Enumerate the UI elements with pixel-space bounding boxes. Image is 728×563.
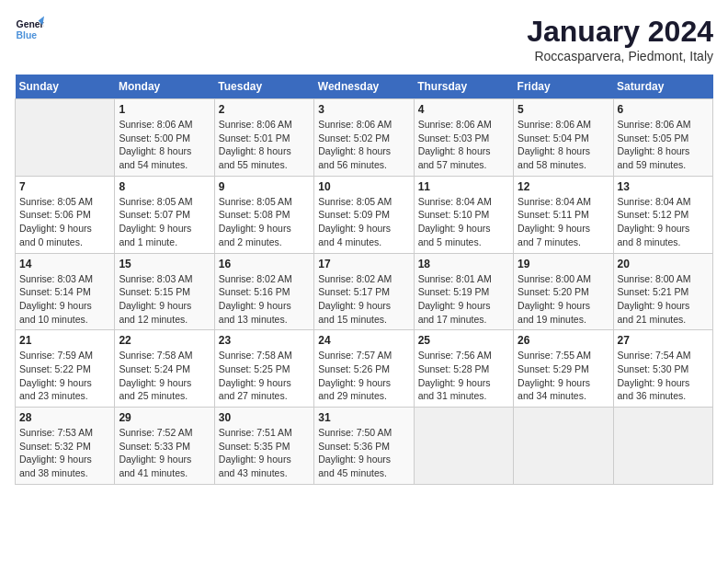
day-number: 29 bbox=[119, 411, 210, 424]
day-number: 19 bbox=[518, 258, 609, 270]
calendar-cell: 23Sunrise: 7:58 AM Sunset: 5:25 PM Dayli… bbox=[214, 330, 313, 408]
day-info: Sunrise: 8:06 AM Sunset: 5:05 PM Dayligh… bbox=[618, 118, 709, 172]
calendar-cell: 6Sunrise: 8:06 AM Sunset: 5:05 PM Daylig… bbox=[613, 99, 712, 177]
calendar-cell: 9Sunrise: 8:05 AM Sunset: 5:08 PM Daylig… bbox=[214, 176, 313, 253]
calendar-cell: 31Sunrise: 7:50 AM Sunset: 5:36 PM Dayli… bbox=[314, 408, 414, 485]
calendar-cell: 22Sunrise: 7:58 AM Sunset: 5:24 PM Dayli… bbox=[115, 330, 214, 408]
calendar-cell: 29Sunrise: 7:52 AM Sunset: 5:33 PM Dayli… bbox=[115, 408, 214, 485]
day-number: 31 bbox=[318, 411, 409, 424]
calendar-cell: 13Sunrise: 8:04 AM Sunset: 5:12 PM Dayli… bbox=[613, 176, 712, 253]
day-info: Sunrise: 8:00 AM Sunset: 5:20 PM Dayligh… bbox=[518, 272, 609, 327]
day-info: Sunrise: 7:58 AM Sunset: 5:25 PM Dayligh… bbox=[219, 349, 310, 403]
col-header-saturday: Saturday bbox=[613, 75, 712, 99]
day-number: 6 bbox=[618, 103, 709, 116]
day-info: Sunrise: 7:57 AM Sunset: 5:26 PM Dayligh… bbox=[318, 349, 409, 403]
day-info: Sunrise: 8:06 AM Sunset: 5:03 PM Dayligh… bbox=[418, 118, 509, 172]
col-header-tuesday: Tuesday bbox=[214, 75, 313, 99]
calendar-cell: 1Sunrise: 8:06 AM Sunset: 5:00 PM Daylig… bbox=[115, 99, 214, 177]
col-header-monday: Monday bbox=[115, 75, 214, 99]
day-number: 2 bbox=[219, 103, 310, 116]
day-number: 22 bbox=[119, 334, 210, 347]
day-info: Sunrise: 7:52 AM Sunset: 5:33 PM Dayligh… bbox=[119, 426, 210, 480]
day-info: Sunrise: 8:06 AM Sunset: 5:04 PM Dayligh… bbox=[518, 118, 609, 172]
day-number: 26 bbox=[518, 334, 609, 347]
day-number: 17 bbox=[318, 258, 409, 270]
week-row-3: 14Sunrise: 8:03 AM Sunset: 5:14 PM Dayli… bbox=[16, 253, 713, 330]
calendar-cell bbox=[514, 408, 613, 485]
calendar-cell: 8Sunrise: 8:05 AM Sunset: 5:07 PM Daylig… bbox=[115, 176, 214, 253]
calendar-cell: 28Sunrise: 7:53 AM Sunset: 5:32 PM Dayli… bbox=[16, 408, 115, 485]
calendar-cell: 25Sunrise: 7:56 AM Sunset: 5:28 PM Dayli… bbox=[414, 330, 513, 408]
day-number: 18 bbox=[418, 258, 509, 270]
week-row-5: 28Sunrise: 7:53 AM Sunset: 5:32 PM Dayli… bbox=[16, 408, 713, 485]
day-info: Sunrise: 8:02 AM Sunset: 5:16 PM Dayligh… bbox=[219, 272, 310, 327]
calendar-cell: 20Sunrise: 8:00 AM Sunset: 5:21 PM Dayli… bbox=[613, 253, 712, 330]
day-info: Sunrise: 8:06 AM Sunset: 5:01 PM Dayligh… bbox=[219, 118, 310, 172]
svg-text:Blue: Blue bbox=[17, 30, 38, 40]
calendar-cell bbox=[414, 408, 513, 485]
calendar-cell: 30Sunrise: 7:51 AM Sunset: 5:35 PM Dayli… bbox=[214, 408, 313, 485]
week-row-2: 7Sunrise: 8:05 AM Sunset: 5:06 PM Daylig… bbox=[16, 176, 713, 253]
day-number: 10 bbox=[318, 180, 409, 193]
day-number: 27 bbox=[618, 334, 709, 347]
day-number: 30 bbox=[219, 411, 310, 424]
day-number: 21 bbox=[19, 334, 110, 347]
calendar-cell bbox=[613, 408, 712, 485]
day-number: 16 bbox=[219, 258, 310, 270]
day-number: 5 bbox=[518, 103, 609, 116]
day-info: Sunrise: 7:58 AM Sunset: 5:24 PM Dayligh… bbox=[119, 349, 210, 403]
calendar-cell: 15Sunrise: 8:03 AM Sunset: 5:15 PM Dayli… bbox=[115, 253, 214, 330]
day-number: 8 bbox=[119, 180, 210, 193]
calendar-cell: 12Sunrise: 8:04 AM Sunset: 5:11 PM Dayli… bbox=[514, 176, 613, 253]
calendar-cell: 17Sunrise: 8:02 AM Sunset: 5:17 PM Dayli… bbox=[314, 253, 414, 330]
day-info: Sunrise: 8:05 AM Sunset: 5:07 PM Dayligh… bbox=[119, 195, 210, 249]
col-header-wednesday: Wednesday bbox=[314, 75, 414, 99]
day-info: Sunrise: 7:54 AM Sunset: 5:30 PM Dayligh… bbox=[618, 349, 709, 403]
day-info: Sunrise: 8:01 AM Sunset: 5:19 PM Dayligh… bbox=[418, 272, 509, 327]
day-number: 1 bbox=[119, 103, 210, 116]
day-number: 9 bbox=[219, 180, 310, 193]
day-info: Sunrise: 7:50 AM Sunset: 5:36 PM Dayligh… bbox=[318, 426, 409, 480]
calendar-cell: 18Sunrise: 8:01 AM Sunset: 5:19 PM Dayli… bbox=[414, 253, 513, 330]
day-info: Sunrise: 7:53 AM Sunset: 5:32 PM Dayligh… bbox=[19, 426, 110, 480]
title-section: January 2024 Roccasparvera, Piedmont, It… bbox=[527, 15, 713, 63]
col-header-thursday: Thursday bbox=[414, 75, 513, 99]
day-number: 15 bbox=[119, 258, 210, 270]
day-number: 24 bbox=[318, 334, 409, 347]
day-info: Sunrise: 7:55 AM Sunset: 5:29 PM Dayligh… bbox=[518, 349, 609, 403]
day-info: Sunrise: 7:51 AM Sunset: 5:35 PM Dayligh… bbox=[219, 426, 310, 480]
day-number: 11 bbox=[418, 180, 509, 193]
day-info: Sunrise: 8:06 AM Sunset: 5:02 PM Dayligh… bbox=[318, 118, 409, 172]
calendar-cell: 24Sunrise: 7:57 AM Sunset: 5:26 PM Dayli… bbox=[314, 330, 414, 408]
day-info: Sunrise: 8:04 AM Sunset: 5:11 PM Dayligh… bbox=[518, 195, 609, 249]
page-header: General Blue January 2024 Roccasparvera,… bbox=[15, 15, 713, 63]
calendar-cell: 27Sunrise: 7:54 AM Sunset: 5:30 PM Dayli… bbox=[613, 330, 712, 408]
day-info: Sunrise: 8:03 AM Sunset: 5:14 PM Dayligh… bbox=[19, 272, 110, 327]
day-info: Sunrise: 8:05 AM Sunset: 5:06 PM Dayligh… bbox=[19, 195, 110, 249]
calendar-table: SundayMondayTuesdayWednesdayThursdayFrid… bbox=[15, 75, 713, 485]
day-number: 23 bbox=[219, 334, 310, 347]
calendar-cell: 4Sunrise: 8:06 AM Sunset: 5:03 PM Daylig… bbox=[414, 99, 513, 177]
day-info: Sunrise: 8:02 AM Sunset: 5:17 PM Dayligh… bbox=[318, 272, 409, 327]
calendar-cell: 26Sunrise: 7:55 AM Sunset: 5:29 PM Dayli… bbox=[514, 330, 613, 408]
day-info: Sunrise: 8:04 AM Sunset: 5:10 PM Dayligh… bbox=[418, 195, 509, 249]
calendar-cell: 14Sunrise: 8:03 AM Sunset: 5:14 PM Dayli… bbox=[16, 253, 115, 330]
calendar-cell: 2Sunrise: 8:06 AM Sunset: 5:01 PM Daylig… bbox=[214, 99, 313, 177]
calendar-cell: 5Sunrise: 8:06 AM Sunset: 5:04 PM Daylig… bbox=[514, 99, 613, 177]
day-info: Sunrise: 7:59 AM Sunset: 5:22 PM Dayligh… bbox=[19, 349, 110, 403]
day-number: 4 bbox=[418, 103, 509, 116]
calendar-cell: 19Sunrise: 8:00 AM Sunset: 5:20 PM Dayli… bbox=[514, 253, 613, 330]
day-number: 20 bbox=[618, 258, 709, 270]
week-row-1: 1Sunrise: 8:06 AM Sunset: 5:00 PM Daylig… bbox=[16, 99, 713, 177]
col-header-friday: Friday bbox=[514, 75, 613, 99]
day-info: Sunrise: 8:03 AM Sunset: 5:15 PM Dayligh… bbox=[119, 272, 210, 327]
day-info: Sunrise: 7:56 AM Sunset: 5:28 PM Dayligh… bbox=[418, 349, 509, 403]
day-number: 12 bbox=[518, 180, 609, 193]
calendar-subtitle: Roccasparvera, Piedmont, Italy bbox=[527, 49, 713, 63]
calendar-cell: 7Sunrise: 8:05 AM Sunset: 5:06 PM Daylig… bbox=[16, 176, 115, 253]
calendar-cell bbox=[16, 99, 115, 177]
logo: General Blue bbox=[15, 15, 44, 44]
day-number: 13 bbox=[618, 180, 709, 193]
day-number: 28 bbox=[19, 411, 110, 424]
day-number: 7 bbox=[19, 180, 110, 193]
